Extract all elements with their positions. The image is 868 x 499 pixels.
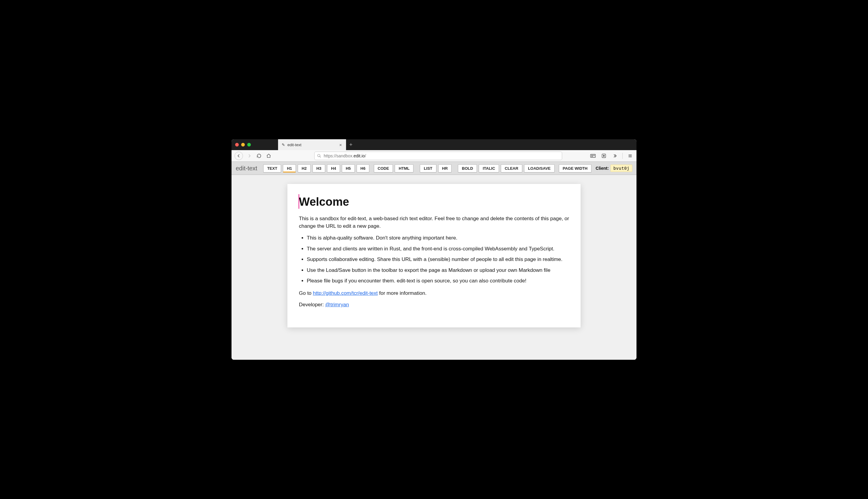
list-button[interactable]: LIST (420, 164, 436, 172)
h4-button[interactable]: H4 (327, 164, 340, 172)
browser-nav-toolbar: https://sandbox.edit.io/ (231, 150, 637, 162)
search-icon (317, 154, 321, 158)
list-item[interactable]: This is alpha-quality software. Don't st… (307, 234, 569, 242)
separator (622, 153, 623, 159)
doc-list[interactable]: This is alpha-quality software. Don't st… (307, 234, 569, 285)
app-brand: edit-text (236, 165, 257, 172)
reload-button[interactable] (256, 153, 262, 159)
svg-point-0 (318, 154, 320, 157)
pencil-icon: ✎ (282, 143, 285, 147)
client-label: Client: (596, 166, 609, 171)
italic-button[interactable]: ITALIC (479, 164, 499, 172)
minimize-window-button[interactable] (241, 143, 245, 146)
h2-button[interactable]: H2 (298, 164, 311, 172)
list-item[interactable]: Please file bugs if you encounter them. … (307, 277, 569, 285)
titlebar: ✎ edit-text × + (231, 139, 637, 150)
github-link[interactable]: http://github.com/tcr/edit-text (313, 290, 377, 296)
arrow-right-icon (247, 154, 252, 158)
svg-rect-1 (591, 154, 596, 157)
pagewidth-button[interactable]: PAGE WIDTH (559, 164, 591, 172)
document[interactable]: Welcome This is a sandbox for edit-text,… (287, 184, 581, 327)
home-button[interactable] (265, 153, 272, 159)
new-tab-button[interactable]: + (346, 139, 356, 150)
home-icon (266, 154, 271, 158)
app-toolbar: edit-text TEXT H1 H2 H3 H4 H5 H6 CODE HT… (231, 162, 637, 175)
extensions-icon[interactable] (601, 153, 607, 159)
doc-paragraph[interactable]: Developer: @trimryan (299, 301, 569, 309)
url-bar[interactable]: https://sandbox.edit.io/ (314, 151, 562, 160)
reader-mode-icon[interactable] (590, 153, 596, 159)
loadsave-button[interactable]: LOAD/SAVE (524, 164, 555, 172)
page-area[interactable]: Welcome This is a sandbox for edit-text,… (231, 175, 637, 360)
list-item[interactable]: Supports collaborative editing. Share th… (307, 256, 569, 264)
window-controls (235, 139, 251, 150)
list-item[interactable]: Use the Load/Save button in the toolbar … (307, 266, 569, 274)
html-button[interactable]: HTML (395, 164, 413, 172)
bold-button[interactable]: BOLD (458, 164, 477, 172)
browser-window: ✎ edit-text × + (231, 139, 637, 360)
text-button[interactable]: TEXT (263, 164, 281, 172)
list-item[interactable]: The server and clients are written in Ru… (307, 245, 569, 253)
client-id: bvut0j (611, 165, 632, 172)
h3-button[interactable]: H3 (313, 164, 326, 172)
forward-button[interactable] (246, 153, 253, 159)
text-cursor (299, 194, 299, 209)
arrow-left-icon (237, 154, 241, 158)
maximize-window-button[interactable] (247, 143, 251, 146)
doc-paragraph[interactable]: Go to http://github.com/tcr/edit-text fo… (299, 290, 569, 297)
reload-icon (256, 154, 262, 158)
doc-paragraph[interactable]: This is a sandbox for edit-text, a web-b… (299, 215, 569, 230)
overflow-icon[interactable] (612, 153, 618, 159)
h5-button[interactable]: H5 (342, 164, 355, 172)
url-text: https://sandbox.edit.io/ (324, 154, 366, 158)
tab-title: edit-text (287, 143, 336, 147)
clear-button[interactable]: CLEAR (501, 164, 522, 172)
hr-button[interactable]: HR (438, 164, 452, 172)
client-indicator: Client: bvut0j (596, 165, 632, 172)
close-tab-button[interactable]: × (338, 142, 343, 147)
svg-point-3 (603, 155, 604, 157)
back-button[interactable] (234, 151, 243, 160)
doc-heading[interactable]: Welcome (299, 195, 569, 208)
menu-button[interactable] (627, 153, 634, 159)
browser-tab[interactable]: ✎ edit-text × (278, 139, 346, 150)
developer-link[interactable]: @trimryan (325, 302, 349, 307)
h1-button[interactable]: H1 (283, 164, 296, 172)
h6-button[interactable]: H6 (357, 164, 370, 172)
close-window-button[interactable] (235, 143, 239, 146)
code-button[interactable]: CODE (374, 164, 393, 172)
